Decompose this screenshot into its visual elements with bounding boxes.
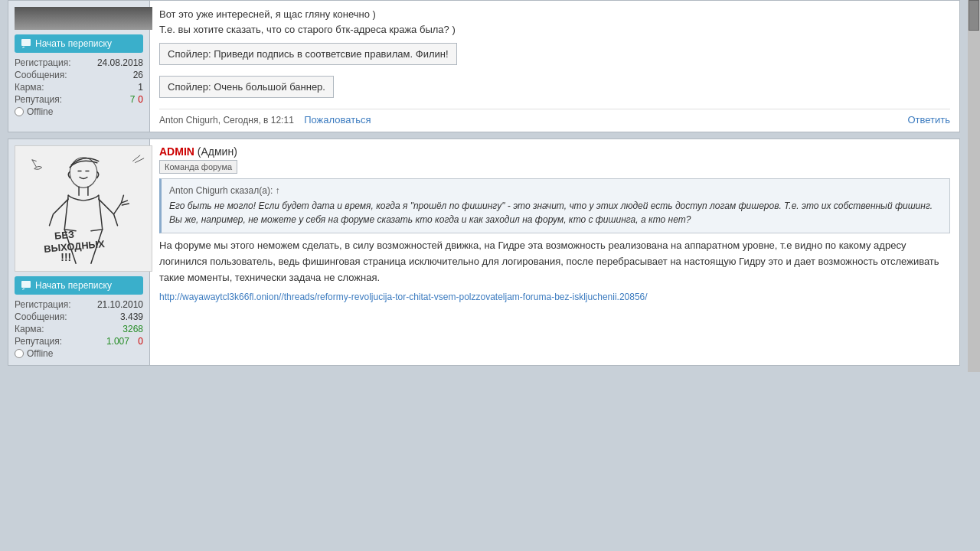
svg-rect-1 [15, 146, 152, 271]
quote-text: Его быть не могло! Если будет дата и вре… [169, 199, 942, 227]
svg-text:БЕЗ: БЕЗ [54, 229, 75, 242]
admin-registration-row: Регистрация: 21.10.2010 [15, 299, 143, 310]
top-partial-post: Начать переписку Регистрация: 24.08.2018… [8, 0, 960, 132]
admin-reputation-row: Репутация: 1.007 0 [15, 336, 143, 347]
complaint-link[interactable]: Пожаловаться [304, 114, 371, 126]
admin-url[interactable]: http://wayawaytcl3k66fl.onion//threads/r… [159, 292, 950, 302]
spoiler-1[interactable]: Спойлер: Приведи подпись в соответсвие п… [159, 43, 457, 65]
quote-header: Anton Chigurh сказал(а): ↑ [169, 185, 942, 196]
team-badge: Команда форума [159, 160, 237, 174]
post-footer-top: Anton Chigurh, Сегодня, в 12:11 Пожалова… [159, 109, 950, 126]
messages-row: Сообщения: 26 [15, 70, 143, 80]
admin-offline-status: Offline [15, 348, 143, 359]
admin-avatar-sketch: БЕЗ ВЫХОДНЫХ !!! [15, 145, 152, 272]
message-button-top[interactable]: Начать переписку [15, 34, 143, 53]
top-post-content: Вот это уже интересней, я щас гляну коне… [150, 1, 959, 132]
spoiler-2[interactable]: Спойлер: Очень большой баннер. [159, 76, 334, 98]
reputation-row: Репутация: 7 0 [15, 94, 143, 105]
quote-box: Anton Chigurh сказал(а): ↑ Его быть не м… [159, 178, 950, 233]
admin-post: БЕЗ ВЫХОДНЫХ !!! [8, 139, 960, 366]
admin-avatar: БЕЗ ВЫХОДНЫХ !!! [15, 145, 152, 272]
admin-header: ADMIN (Админ) Команда форума [159, 145, 950, 174]
partial-avatar [15, 7, 152, 30]
reply-button-top[interactable]: Ответить [907, 114, 950, 126]
chat-icon-admin [21, 280, 31, 291]
message-button-admin[interactable]: Начать переписку [15, 276, 143, 295]
svg-text:!!!: !!! [60, 251, 71, 263]
admin-messages-row: Сообщения: 3.439 [15, 311, 143, 322]
admin-user-info: Регистрация: 21.10.2010 Сообщения: 3.439… [15, 299, 143, 359]
chat-icon [21, 38, 31, 49]
admin-main-text: На форуме мы этого неможем сделать, в си… [159, 238, 950, 285]
svg-rect-0 [21, 39, 31, 46]
offline-status-top: Offline [15, 106, 143, 117]
user-info-top: Регистрация: 24.08.2018 Сообщения: 26 Ка… [15, 57, 143, 117]
registration-row: Регистрация: 24.08.2018 [15, 57, 143, 68]
scrollbar-thumb[interactable] [969, 0, 979, 31]
svg-rect-12 [21, 281, 31, 288]
admin-user-sidebar: БЕЗ ВЫХОДНЫХ !!! [8, 139, 150, 365]
karma-row: Карма: 1 [15, 82, 143, 93]
spoilers-area: Спойлер: Приведи подпись в соответсвие п… [159, 43, 950, 70]
top-partial-sidebar: Начать переписку Регистрация: 24.08.2018… [8, 1, 150, 132]
spoiler2-area: Спойлер: Очень большой баннер. [159, 76, 950, 103]
offline-circle-icon [15, 107, 24, 116]
scrollbar[interactable] [968, 0, 980, 372]
post-meta: Anton Chigurh, Сегодня, в 12:11 Пожалова… [159, 114, 371, 126]
admin-karma-row: Карма: 3268 [15, 324, 143, 334]
admin-offline-circle-icon [15, 349, 24, 358]
admin-post-content: ADMIN (Админ) Команда форума Anton Chigu… [150, 139, 959, 365]
post-text-line1: Вот это уже интересней, я щас гляну коне… [159, 7, 950, 37]
